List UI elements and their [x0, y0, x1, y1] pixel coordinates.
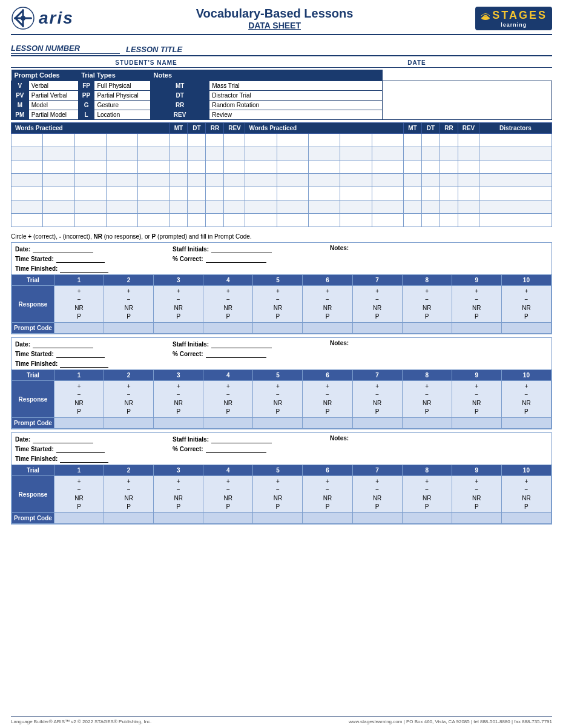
words-cell[interactable]	[422, 174, 440, 187]
staff-initials-input[interactable]	[211, 340, 272, 348]
prompt-code-cell[interactable]	[352, 418, 402, 429]
words-cell[interactable]	[422, 187, 440, 200]
response-cell[interactable]: +−NRP	[54, 381, 104, 418]
date-input[interactable]	[33, 340, 93, 348]
words-cell[interactable]	[372, 187, 403, 200]
time-started-input[interactable]	[56, 254, 105, 263]
words-cell[interactable]	[138, 214, 170, 227]
words-cell[interactable]	[277, 214, 308, 227]
response-cell[interactable]: +−NRP	[452, 286, 501, 323]
prompt-code-cell[interactable]	[352, 323, 402, 334]
words-cell[interactable]	[440, 200, 458, 214]
words-cell[interactable]	[12, 200, 43, 214]
words-cell[interactable]	[340, 160, 372, 174]
words-cell[interactable]	[372, 200, 403, 214]
prompt-code-cell[interactable]	[501, 513, 551, 524]
words-cell[interactable]	[138, 147, 170, 160]
response-cell[interactable]: +−NRP	[402, 476, 452, 513]
words-cell[interactable]	[206, 214, 224, 227]
prompt-code-cell[interactable]	[352, 513, 402, 524]
words-cell[interactable]	[458, 147, 479, 160]
words-cell[interactable]	[138, 160, 170, 174]
words-cell[interactable]	[12, 160, 43, 174]
words-cell[interactable]	[340, 187, 372, 200]
words-cell[interactable]	[74, 134, 106, 147]
response-cell[interactable]: +−NRP	[253, 286, 303, 323]
prompt-code-cell[interactable]	[203, 418, 253, 429]
words-cell[interactable]	[206, 160, 224, 174]
prompt-code-cell[interactable]	[501, 323, 551, 334]
words-cell[interactable]	[245, 200, 277, 214]
words-cell[interactable]	[440, 147, 458, 160]
prompt-code-cell[interactable]	[54, 418, 104, 429]
response-cell[interactable]: +−NRP	[104, 381, 154, 418]
words-cell[interactable]	[106, 174, 137, 187]
response-cell[interactable]: +−NRP	[303, 476, 352, 513]
response-cell[interactable]: +−NRP	[303, 381, 352, 418]
words-cell[interactable]	[106, 160, 137, 174]
words-cell[interactable]	[309, 174, 340, 187]
words-cell[interactable]	[138, 200, 170, 214]
words-cell[interactable]	[188, 160, 206, 174]
response-cell[interactable]: +−NRP	[501, 476, 551, 513]
words-cell[interactable]	[206, 147, 224, 160]
words-cell[interactable]	[458, 160, 479, 174]
words-cell[interactable]	[277, 174, 308, 187]
words-cell[interactable]	[340, 200, 372, 214]
response-cell[interactable]: +−NRP	[501, 286, 551, 323]
words-cell[interactable]	[106, 187, 137, 200]
response-cell[interactable]: +−NRP	[104, 476, 154, 513]
words-cell[interactable]	[43, 200, 74, 214]
words-cell[interactable]	[309, 200, 340, 214]
prompt-code-cell[interactable]	[253, 513, 303, 524]
words-cell[interactable]	[206, 187, 224, 200]
words-cell[interactable]	[43, 160, 74, 174]
date-input[interactable]	[33, 435, 93, 443]
words-cell[interactable]	[206, 200, 224, 214]
words-cell[interactable]	[74, 160, 106, 174]
words-cell[interactable]	[106, 200, 137, 214]
response-cell[interactable]: +−NRP	[303, 286, 352, 323]
prompt-code-cell[interactable]	[54, 513, 104, 524]
words-cell[interactable]	[224, 200, 245, 214]
words-cell[interactable]	[245, 174, 277, 187]
words-cell[interactable]	[12, 147, 43, 160]
percent-correct-input[interactable]	[206, 254, 266, 263]
words-cell[interactable]	[138, 174, 170, 187]
prompt-code-cell[interactable]	[203, 323, 253, 334]
words-cell[interactable]	[170, 160, 188, 174]
prompt-code-cell[interactable]	[104, 513, 154, 524]
prompt-code-cell[interactable]	[154, 323, 203, 334]
words-cell[interactable]	[170, 134, 188, 147]
words-cell[interactable]	[422, 134, 440, 147]
prompt-code-cell[interactable]	[452, 513, 501, 524]
words-cell[interactable]	[43, 174, 74, 187]
words-cell[interactable]	[12, 174, 43, 187]
words-cell[interactable]	[458, 200, 479, 214]
words-cell[interactable]	[422, 147, 440, 160]
words-cell[interactable]	[479, 174, 552, 187]
words-cell[interactable]	[245, 147, 277, 160]
words-cell[interactable]	[309, 134, 340, 147]
prompt-code-cell[interactable]	[303, 513, 352, 524]
words-cell[interactable]	[440, 174, 458, 187]
words-cell[interactable]	[372, 174, 403, 187]
words-cell[interactable]	[43, 187, 74, 200]
words-cell[interactable]	[188, 147, 206, 160]
words-cell[interactable]	[74, 187, 106, 200]
prompt-code-cell[interactable]	[501, 418, 551, 429]
words-cell[interactable]	[206, 174, 224, 187]
response-cell[interactable]: +−NRP	[154, 476, 203, 513]
prompt-code-cell[interactable]	[253, 418, 303, 429]
time-finished-input[interactable]	[60, 264, 108, 273]
words-cell[interactable]	[74, 174, 106, 187]
response-cell[interactable]: +−NRP	[54, 286, 104, 323]
words-cell[interactable]	[106, 214, 137, 227]
words-cell[interactable]	[170, 187, 188, 200]
response-cell[interactable]: +−NRP	[104, 286, 154, 323]
words-cell[interactable]	[106, 134, 137, 147]
words-cell[interactable]	[106, 147, 137, 160]
words-cell[interactable]	[340, 134, 372, 147]
prompt-code-cell[interactable]	[452, 323, 501, 334]
prompt-code-cell[interactable]	[253, 323, 303, 334]
